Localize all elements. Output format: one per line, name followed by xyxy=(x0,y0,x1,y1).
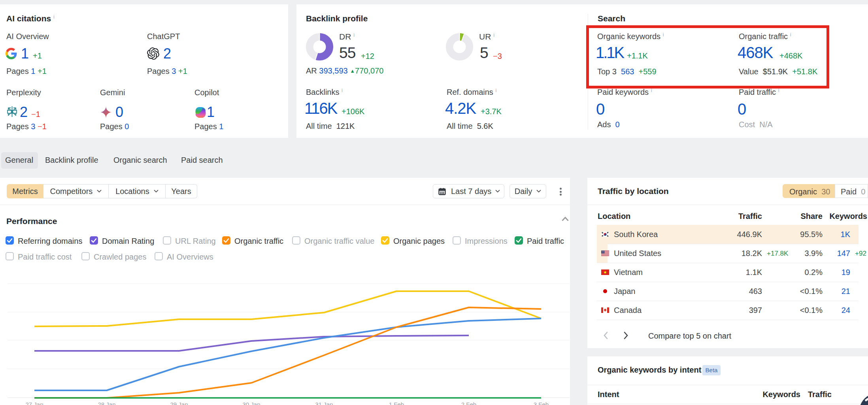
svg-text:3 Feb: 3 Feb xyxy=(534,401,549,405)
svg-text:27 Jan: 27 Jan xyxy=(25,401,43,405)
svg-text:31 Jan: 31 Jan xyxy=(315,401,333,405)
svg-text:29 Jan: 29 Jan xyxy=(170,401,188,405)
svg-text:1 Feb: 1 Feb xyxy=(389,401,404,405)
svg-text:2 Feb: 2 Feb xyxy=(461,401,476,405)
svg-text:28 Jan: 28 Jan xyxy=(98,401,115,405)
svg-text:30 Jan: 30 Jan xyxy=(242,401,260,405)
